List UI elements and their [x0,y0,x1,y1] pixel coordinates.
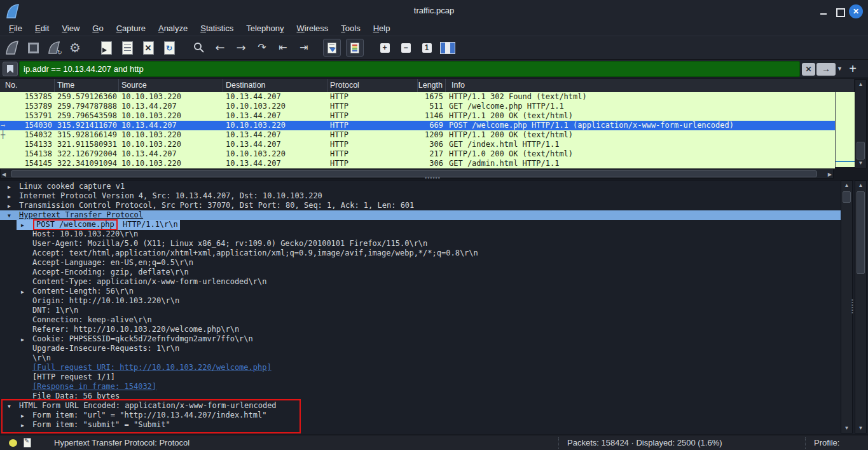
detail-row[interactable]: Referer: http://10.10.103.220/welcome.ph… [0,325,841,334]
go-forward-icon[interactable]: → [233,39,249,56]
column-header-no[interactable]: No. [0,79,55,92]
detail-row[interactable]: ▶Form item: "url" = "http://10.13.44.207… [0,411,841,420]
intelligent-scrollbar-minimap[interactable] [835,92,855,167]
pane-splitter[interactable]: •••••• [425,177,444,179]
detail-row[interactable]: Upgrade-Insecure-Requests: 1\r\n [0,344,841,353]
resize-columns-icon[interactable] [439,39,456,56]
detail-row[interactable]: Accept: text/html,application/xhtml+xml,… [0,249,841,258]
minimize-button[interactable] [816,4,830,18]
packet-row-154133[interactable]: 154133321.91158093110.10.103.22010.13.44… [0,140,835,149]
expander-icon[interactable]: ▶ [8,192,19,201]
detail-row[interactable]: File Data: 56 bytes [0,392,841,401]
detail-row[interactable]: Host: 10.10.103.220\r\n [0,229,841,239]
scroll-thumb[interactable] [857,191,865,274]
go-to-packet-icon[interactable]: ↷ [254,39,270,56]
detail-row[interactable]: [HTTP request 1/1] [0,372,841,382]
detail-row[interactable]: ▶Content-Length: 56\r\n [0,287,841,296]
packet-row-154138[interactable]: 154138322.12679200410.13.44.20710.10.103… [0,149,835,159]
scroll-down-icon[interactable]: ▼ [841,424,852,433]
reload-file-icon[interactable]: ↻ [161,39,177,56]
detail-row[interactable]: ▼HTML Form URL Encoded: application/x-ww… [0,401,841,411]
menu-capture[interactable]: Capture [110,22,152,36]
stop-capture-icon[interactable] [25,39,41,56]
detail-row[interactable]: Origin: http://10.10.103.220\r\n [0,296,841,306]
expert-info-icon[interactable] [9,439,17,447]
menu-telephony[interactable]: Telephony [240,22,290,36]
detail-row[interactable]: ▼Hypertext Transfer Protocol [0,210,841,220]
menu-tools[interactable]: Tools [334,22,366,36]
detail-pane-grip[interactable]: •••••• [851,299,854,315]
detail-row[interactable]: [Response in frame: 154032] [0,382,841,392]
scroll-up-icon[interactable]: ▲ [855,181,866,190]
packet-row-153791[interactable]: 153791259.79654359810.10.103.22010.13.44… [0,111,835,121]
scroll-right-icon[interactable]: ▶ [828,172,832,177]
packet-row-153785[interactable]: 153785259.57912636010.10.103.22010.13.44… [0,92,835,102]
start-capture-icon[interactable] [4,39,20,56]
packet-list-hscrollbar[interactable]: ◀ ▶ [0,168,834,179]
expander-icon[interactable]: ▶ [21,221,32,230]
expander-icon[interactable]: ▼ [8,211,19,221]
scroll-thumb[interactable] [857,142,865,160]
column-header-info[interactable]: Info [446,79,854,92]
column-header-time[interactable]: Time [55,79,119,92]
detail-row[interactable]: ▶Transmission Control Protocol, Src Port… [0,201,841,210]
filter-bookmark-icon[interactable] [3,62,18,76]
detail-row[interactable]: \r\n [0,353,841,363]
zoom-in-icon[interactable]: + [376,39,393,56]
detail-row[interactable]: ▶Cookie: PHPSESSID=qkck5d72efnfvdmgn2amv… [0,334,841,344]
menu-go[interactable]: Go [86,22,109,36]
expander-icon[interactable]: ▶ [21,411,32,421]
menu-wireless[interactable]: Wireless [291,22,335,36]
scroll-left-icon[interactable]: ◀ [2,172,6,177]
detail-row[interactable]: DNT: 1\r\n [0,306,841,315]
zoom-original-icon[interactable]: 1 [418,39,435,56]
packet-row-154032[interactable]: ┼154032315.92816614910.10.103.22010.13.4… [0,130,835,140]
menu-statistics[interactable]: Statistics [194,22,240,36]
expander-icon[interactable]: ▶ [21,421,32,430]
colorize-packets-icon[interactable] [346,39,364,57]
column-header-destination[interactable]: Destination [223,79,327,92]
menu-help[interactable]: Help [367,22,397,36]
details-vscrollbar-outer[interactable]: ▲ ▼ [855,181,867,433]
menu-edit[interactable]: Edit [29,22,55,36]
zoom-out-icon[interactable]: − [397,39,414,56]
filter-dropdown-caret-icon[interactable]: ▼ [837,65,843,72]
scroll-up-icon[interactable]: ▲ [855,80,866,89]
expander-icon[interactable]: ▶ [21,287,32,297]
menu-file[interactable]: File [3,22,29,36]
find-packet-icon[interactable] [191,39,207,56]
expander-icon[interactable]: ▶ [21,335,32,344]
detail-row[interactable]: ▶Linux cooked capture v1 [0,182,841,191]
close-file-icon[interactable]: ✕ [140,39,156,56]
maximize-button[interactable] [834,4,848,18]
go-back-icon[interactable]: ← [212,39,228,56]
detail-row[interactable]: ▶Form item: "submit" = "Submit" [0,420,841,430]
detail-row[interactable]: [Full request URI: http://10.10.103.220/… [0,363,841,372]
go-first-packet-icon[interactable]: ⇤ [275,39,291,56]
expander-icon[interactable]: ▼ [8,402,19,411]
auto-scroll-icon[interactable] [323,39,341,57]
expander-icon[interactable]: ▶ [8,201,19,211]
detail-row[interactable]: Content-Type: application/x-www-form-url… [0,277,841,287]
detail-row[interactable]: Connection: keep-alive\r\n [0,315,841,325]
save-file-icon[interactable] [119,39,135,56]
scroll-down-icon[interactable]: ▼ [855,424,866,433]
column-header-protocol[interactable]: Protocol [327,79,418,92]
filter-add-button[interactable]: + [844,60,861,78]
detail-row[interactable]: ▶Internet Protocol Version 4, Src: 10.13… [0,191,841,201]
display-filter-input[interactable] [19,61,800,77]
capture-comment-icon[interactable] [24,438,31,447]
detail-row[interactable]: ▶POST /welcome.php HTTP/1.1\r\n [0,220,841,229]
scroll-down-icon[interactable]: ▼ [855,159,866,168]
packet-row-153789[interactable]: 153789259.79478788810.13.44.20710.10.103… [0,102,835,111]
scroll-thumb[interactable] [11,170,817,177]
go-last-packet-icon[interactable]: ⇥ [296,39,312,56]
detail-row[interactable]: Accept-Encoding: gzip, deflate\r\n [0,268,841,277]
detail-row[interactable]: User-Agent: Mozilla/5.0 (X11; Linux x86_… [0,239,841,249]
capture-options-icon[interactable]: ⚙ [67,39,83,56]
expander-icon[interactable]: ▶ [8,182,19,192]
filter-apply-button[interactable]: → [816,63,836,76]
column-header-length[interactable]: Length [418,79,446,92]
scroll-thumb[interactable] [843,191,851,203]
packet-list-vscrollbar[interactable]: ▲ ▼ [855,79,867,168]
